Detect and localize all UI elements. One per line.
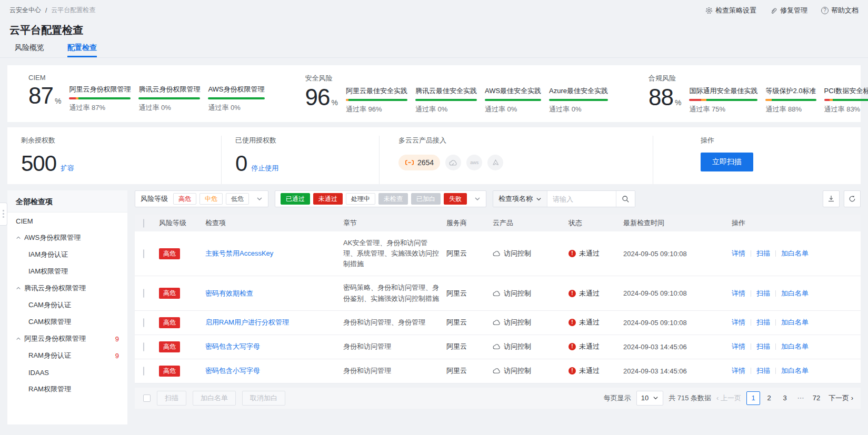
scan-now-button[interactable]: 立即扫描 (701, 153, 753, 171)
whitelist-action[interactable]: 加白名单 (781, 289, 809, 298)
row-checkbox-cell (135, 367, 159, 375)
sidebar-item[interactable]: AWS身份权限管理 (7, 229, 127, 246)
severity-badge: 高危 (159, 366, 180, 377)
aws-provider[interactable]: aws (466, 155, 482, 170)
page-number[interactable]: 72 (810, 391, 823, 405)
filter-chip[interactable]: 中危 (199, 193, 223, 205)
chevron-down-icon[interactable] (474, 196, 481, 202)
footer-checkbox[interactable] (143, 394, 151, 402)
page-number[interactable]: 1 (746, 391, 760, 405)
bulk-unwhitelist-button[interactable]: 取消加白 (242, 391, 285, 406)
scan-action[interactable]: 扫描 (756, 342, 770, 351)
next-page-button[interactable]: 下一页 › (829, 393, 853, 403)
help-docs-button[interactable]: ? 帮助文档 (821, 6, 859, 15)
breadcrumb-separator: / (45, 7, 47, 14)
filter-chip[interactable]: 未检查 (378, 193, 408, 205)
row-checkbox[interactable] (143, 289, 144, 298)
action-divider (775, 343, 776, 350)
bulk-whitelist-button[interactable]: 加白名单 (193, 391, 236, 406)
whitelist-action[interactable]: 加白名单 (781, 249, 809, 258)
check-item-link[interactable]: 密码包含小写字母 (205, 367, 260, 375)
detail-action[interactable]: 详情 (732, 289, 745, 298)
detail-action[interactable]: 详情 (732, 366, 745, 376)
score-subitem-bar (689, 99, 757, 101)
fail-status-icon (568, 343, 576, 350)
filter-chip[interactable]: 失败 (444, 193, 467, 205)
filter-chip[interactable]: 处理中 (346, 193, 375, 205)
detail-action[interactable]: 详情 (732, 342, 745, 351)
sidebar-collapse-handle[interactable] (0, 203, 7, 226)
select-all-checkbox[interactable] (143, 219, 144, 228)
filter-chip[interactable]: 未通过 (313, 193, 343, 205)
bulk-scan-button[interactable]: 扫描 (157, 391, 186, 406)
score-subitem-pass-rate: 通过率 0% (208, 103, 264, 113)
row-checkbox[interactable] (143, 367, 144, 376)
sidebar-item[interactable]: CIEM (7, 213, 127, 229)
detail-action[interactable]: 详情 (732, 249, 745, 258)
scan-action[interactable]: 扫描 (756, 289, 770, 298)
row-checkbox[interactable] (143, 342, 144, 351)
sidebar-item[interactable]: CAM身份认证 (7, 297, 127, 313)
filter-chip[interactable]: 低危 (226, 193, 249, 205)
expand-quota-link[interactable]: 扩容 (61, 164, 74, 173)
policy-settings-button[interactable]: 检查策略设置 (705, 6, 756, 15)
sidebar-item[interactable]: RAM权限管理 (7, 381, 127, 398)
score-subitem-bar (824, 99, 868, 101)
scan-action[interactable]: 扫描 (756, 318, 770, 327)
tencent-cloud-provider[interactable] (445, 155, 461, 170)
whitelist-action[interactable]: 加白名单 (781, 342, 809, 351)
chapter-cell: 密码策略、身份和访问管理、身份鉴别、实施强效访问控制措施 (343, 282, 446, 304)
vendor-cell: 阿里云 (446, 366, 493, 376)
sidebar-item[interactable]: IAM权限管理 (7, 263, 127, 280)
sidebar-item[interactable]: CAM权限管理 (7, 313, 127, 330)
breadcrumb-parent[interactable]: 云安全中心 (9, 6, 41, 15)
detail-action[interactable]: 详情 (732, 318, 745, 327)
whitelist-action[interactable]: 加白名单 (781, 366, 809, 376)
page-number[interactable]: 2 (762, 391, 776, 405)
row-checkbox[interactable] (143, 249, 144, 258)
chevron-down-icon[interactable] (256, 196, 263, 202)
check-item-link[interactable]: 启用RAM用户进行分权管理 (205, 318, 289, 326)
check-item-link[interactable]: 密码有效期检查 (205, 289, 253, 297)
prev-page-button[interactable]: ‹ 上一页 (716, 393, 741, 403)
azure-provider[interactable] (487, 155, 503, 170)
action-divider (775, 250, 776, 257)
scan-action[interactable]: 扫描 (756, 366, 770, 376)
check-item-link[interactable]: 主账号禁用AccessKey (205, 249, 273, 257)
filter-chip[interactable]: 已加白 (411, 193, 441, 205)
scan-action[interactable]: 扫描 (756, 249, 770, 258)
sidebar-item[interactable]: IAM身份认证 (7, 246, 127, 263)
gear-icon (705, 7, 713, 14)
repair-management-button[interactable]: 修复管理 (770, 6, 807, 15)
alibaba-cloud-provider[interactable]: 2654 (398, 155, 440, 170)
sidebar-item[interactable]: 阿里云身份权限管理 9 (7, 330, 127, 347)
search-button[interactable] (616, 191, 635, 207)
score-summary-card: CIEM 87% 阿里云身份权限管理 通过率 87% 腾讯云身份权限管理 通过率… (7, 65, 861, 122)
page-number[interactable]: 3 (778, 391, 792, 405)
sidebar-item[interactable]: RAM身份认证 9 (7, 347, 127, 364)
score-subitem: 腾讯云最佳安全实践 通过率 0% (415, 86, 477, 114)
sidebar-item[interactable]: 腾讯云身份权限管理 (7, 280, 127, 297)
stop-using-link[interactable]: 停止使用 (251, 164, 278, 173)
page-size-select[interactable]: 10 (636, 391, 663, 406)
chapter-cell: AK安全管理、身份和访问管理、系统管理、实施强效访问控制措施 (343, 238, 446, 269)
export-button[interactable] (823, 190, 840, 207)
search-category-select[interactable]: 检查项名称 (493, 191, 547, 207)
whitelist-action[interactable]: 加白名单 (781, 318, 809, 327)
sidebar-header[interactable]: 全部检查项 (7, 190, 127, 213)
page-number[interactable]: ⋯ (794, 391, 807, 405)
check-item-link[interactable]: 密码包含大写字母 (205, 342, 260, 350)
fail-status-icon (568, 367, 576, 375)
action-divider (775, 290, 776, 297)
tab-config-check[interactable]: 配置检查 (67, 43, 97, 57)
row-checkbox[interactable] (143, 318, 144, 327)
filter-chip[interactable]: 已通过 (281, 193, 310, 205)
tab-risk-overview[interactable]: 风险概览 (15, 43, 44, 57)
chapter-cell: 身份和访问管理 (343, 341, 446, 352)
filter-chip[interactable]: 高危 (173, 193, 196, 205)
sidebar-item[interactable]: IDAAS (7, 364, 127, 381)
sidebar-item-count: 9 (115, 352, 119, 360)
score-value: 96% (305, 86, 337, 108)
refresh-button[interactable] (844, 190, 861, 207)
search-input[interactable] (547, 191, 616, 207)
